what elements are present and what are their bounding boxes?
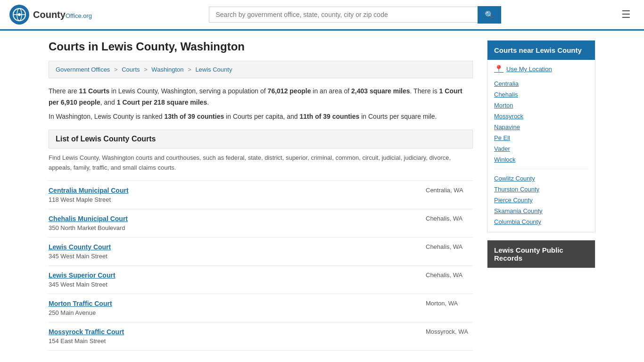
sidebar-city-link[interactable]: Winlock — [494, 154, 588, 165]
court-info: Lewis Superior Court 345 West Main Stree… — [49, 272, 416, 288]
search-area: 🔍 — [209, 6, 501, 24]
use-location-link[interactable]: 📍 Use My Location — [494, 65, 588, 74]
breadcrumb-sep-2: > — [144, 66, 148, 73]
court-name[interactable]: Centralia Municipal Court — [49, 187, 416, 194]
court-location: Chehalis, WA — [416, 272, 473, 279]
sidebar-city-link[interactable]: Centralia — [494, 78, 588, 89]
court-name[interactable]: Morton Traffic Court — [49, 300, 416, 307]
court-list: Centralia Municipal Court 118 West Maple… — [49, 181, 473, 351]
breadcrumb-sep-1: > — [114, 66, 118, 73]
search-button[interactable]: 🔍 — [478, 6, 501, 24]
list-description: Find Lewis County, Washington courts and… — [49, 153, 473, 173]
menu-button[interactable]: ☰ — [618, 7, 635, 23]
stats-per-area: 1 Court per 218 square miles — [117, 99, 207, 106]
court-item: Lewis County Court 345 West Main Street … — [49, 238, 473, 266]
court-location: Chehalis, WA — [416, 243, 473, 250]
sidebar-divider — [494, 169, 588, 169]
svg-point-3 — [18, 13, 21, 16]
stats-location: Lewis County, Washington — [118, 87, 196, 95]
sidebar-city-link[interactable]: Mossyrock — [494, 111, 588, 122]
court-name[interactable]: Chehalis Municipal Court — [49, 215, 416, 222]
sidebar-city-link[interactable]: Pe Ell — [494, 132, 588, 143]
stats-population: 76,012 people — [268, 87, 311, 95]
stats-rank-capita: 13th of 39 counties — [164, 113, 224, 120]
court-address: 345 West Main Street — [49, 253, 107, 260]
breadcrumb-courts[interactable]: Courts — [122, 66, 140, 73]
public-records-panel: Lewis County Public Records — [487, 240, 595, 268]
court-name[interactable]: Lewis Superior Court — [49, 272, 416, 279]
pin-icon: 📍 — [494, 65, 504, 74]
list-heading: List of Lewis County Courts — [49, 130, 473, 148]
sidebar-counties: Cowlitz CountyThurston CountyPierce Coun… — [494, 173, 588, 227]
sidebar-city-link[interactable]: Morton — [494, 100, 588, 111]
court-item: Chehalis Municipal Court 350 North Marke… — [49, 209, 473, 238]
content-area: Courts in Lewis County, Washington Gover… — [49, 40, 473, 351]
logo-text: CountyOffice.org — [33, 9, 92, 20]
nearby-courts-body: 📍 Use My Location CentraliaChehalisMorto… — [487, 60, 595, 232]
breadcrumb: Government Offices > Courts > Washington… — [49, 61, 473, 78]
court-name[interactable]: Lewis County Court — [49, 243, 416, 251]
breadcrumb-sep-3: > — [188, 66, 191, 73]
logo-icon — [9, 5, 29, 25]
court-address: 118 West Maple Street — [49, 196, 111, 203]
use-location-text: Use My Location — [506, 66, 552, 73]
breadcrumb-washington[interactable]: Washington — [151, 66, 183, 73]
sidebar-county-link[interactable]: Thurston County — [494, 184, 588, 195]
court-location: Chehalis, WA — [416, 215, 473, 222]
site-header: CountyOffice.org 🔍 ☰ — [0, 0, 644, 31]
court-info: Chehalis Municipal Court 350 North Marke… — [49, 215, 416, 231]
nearby-courts-panel: Courts near Lewis County 📍 Use My Locati… — [487, 40, 595, 232]
sidebar-city-link[interactable]: Napavine — [494, 122, 588, 132]
court-info: Mossyrock Traffic Court 154 East Main St… — [49, 328, 416, 345]
court-info: Centralia Municipal Court 118 West Maple… — [49, 187, 416, 203]
sidebar: Courts near Lewis County 📍 Use My Locati… — [487, 40, 595, 351]
sidebar-city-link[interactable]: Vader — [494, 143, 588, 154]
court-info: Lewis County Court 345 West Main Street — [49, 243, 416, 260]
court-count: 11 Courts — [79, 87, 110, 95]
sidebar-county-link[interactable]: Cowlitz County — [494, 173, 588, 184]
breadcrumb-gov-offices[interactable]: Government Offices — [56, 66, 110, 73]
sidebar-county-link[interactable]: Columbia County — [494, 216, 588, 227]
logo-area: CountyOffice.org — [9, 5, 92, 25]
main-container: Courts in Lewis County, Washington Gover… — [39, 31, 605, 360]
search-input[interactable] — [209, 7, 478, 23]
court-address: 350 North Market Boulevard — [49, 224, 125, 231]
sidebar-city-link[interactable]: Chehalis — [494, 89, 588, 100]
court-location: Centralia, WA — [416, 187, 473, 194]
stats-rank-area: 11th of 39 counties — [300, 113, 360, 120]
page-title: Courts in Lewis County, Washington — [49, 40, 473, 53]
court-item: Morton Traffic Court 250 Main Avenue Mor… — [49, 294, 473, 322]
stats-block: There are 11 Courts in Lewis County, Was… — [49, 86, 473, 122]
nearby-courts-header: Courts near Lewis County — [487, 41, 595, 60]
court-address: 154 East Main Street — [49, 337, 106, 345]
sidebar-county-link[interactable]: Skamania County — [494, 206, 588, 216]
court-item: Lewis Superior Court 345 West Main Stree… — [49, 266, 473, 294]
sidebar-county-link[interactable]: Pierce County — [494, 195, 588, 206]
court-address: 345 West Main Street — [49, 281, 107, 288]
court-info: Morton Traffic Court 250 Main Avenue — [49, 300, 416, 316]
court-address: 250 Main Avenue — [49, 309, 96, 316]
court-item: Mossyrock Traffic Court 154 East Main St… — [49, 322, 473, 351]
stats-area: 2,403 square miles — [351, 87, 410, 95]
court-name[interactable]: Mossyrock Traffic Court — [49, 328, 416, 336]
court-location: Mossyrock, WA — [416, 328, 473, 335]
court-location: Morton, WA — [416, 300, 473, 307]
court-item: Centralia Municipal Court 118 West Maple… — [49, 181, 473, 209]
public-records-header: Lewis County Public Records — [487, 240, 595, 268]
sidebar-cities: CentraliaChehalisMortonMossyrockNapavine… — [494, 78, 588, 165]
breadcrumb-lewis-county[interactable]: Lewis County — [195, 66, 232, 73]
